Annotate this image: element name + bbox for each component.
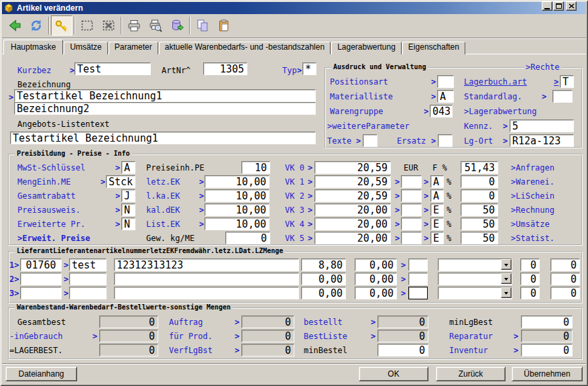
lka-ek-input[interactable]	[204, 189, 270, 202]
vk4-percent-input[interactable]	[461, 218, 498, 230]
materialliste-input[interactable]	[437, 90, 454, 103]
supplier3-number-input[interactable]	[20, 287, 62, 299]
vk2-price-input[interactable]	[314, 189, 391, 202]
lagerbuchart-link[interactable]: Lagerbuch.art	[464, 77, 527, 87]
supplier1-foreign-currency-input[interactable]	[355, 258, 397, 271]
dateianhang-button[interactable]: Dateianhang	[5, 367, 77, 381]
ok-button[interactable]: OK	[359, 367, 428, 381]
supplier2-foreign-currency-input[interactable]	[355, 273, 397, 285]
supplier3-foreign-currency-input[interactable]	[355, 287, 397, 299]
bezeichnung1-input[interactable]	[14, 89, 316, 102]
clear-selection-button[interactable]	[98, 15, 119, 36]
supplier3-delivery-time-combobox[interactable]	[438, 287, 512, 299]
tab-hauptmaske[interactable]: Hauptmaske	[3, 40, 63, 54]
supplier1-qty1-input[interactable]	[520, 258, 540, 271]
mwst-input[interactable]	[121, 161, 135, 174]
mengeinh-input[interactable]	[106, 175, 135, 188]
supplier2-qty2-input[interactable]	[550, 273, 580, 285]
gew-kg-input[interactable]	[225, 232, 270, 244]
combobox-dropdown-button[interactable]	[501, 273, 512, 284]
positionsart-input[interactable]	[437, 75, 454, 88]
vk4-price-input[interactable]	[314, 218, 391, 230]
supplier2-delivery-time-combobox[interactable]	[438, 273, 512, 285]
lagerbuchart-input[interactable]	[560, 75, 574, 88]
print-button[interactable]	[123, 15, 145, 36]
vk4-code-input[interactable]	[430, 218, 444, 230]
supplier1-qty2-input[interactable]	[550, 258, 580, 271]
erweit-preise-link[interactable]: >Erweit. Preise	[17, 234, 90, 243]
preiseinh-input[interactable]	[241, 161, 270, 174]
supplier3-qty1-input[interactable]	[520, 287, 540, 299]
gesamtrabatt-input[interactable]	[121, 189, 135, 202]
supplier3-name-input[interactable]	[69, 287, 107, 299]
texte-input[interactable]	[363, 134, 377, 147]
tab-lagerabwertung[interactable]: Lagerabwertung	[331, 42, 402, 54]
maximize-button[interactable]	[553, 1, 564, 11]
erweiterte-pr-input[interactable]	[121, 218, 135, 230]
kal-dek-input[interactable]	[204, 203, 270, 216]
rechte-link[interactable]: >Rechte	[524, 62, 561, 72]
list-ek-input[interactable]	[204, 218, 270, 230]
supplier3-last-date-input[interactable]	[408, 287, 428, 299]
angebots-listentext-input[interactable]	[10, 132, 316, 144]
selection-button[interactable]	[76, 15, 98, 36]
vk3-extra-input[interactable]	[401, 203, 422, 216]
supplier1-last-date-input[interactable]	[408, 258, 428, 271]
key-button[interactable]	[51, 15, 72, 36]
tab-parameter[interactable]: Parameter	[109, 42, 158, 54]
warengruppe-input[interactable]	[430, 105, 453, 117]
supplier2-number-input[interactable]	[20, 273, 62, 285]
supplier2-last-ek-input[interactable]	[301, 273, 346, 285]
vk0-price-input[interactable]	[314, 161, 391, 174]
standardlag-input[interactable]	[552, 90, 573, 103]
supplier2-item-no-input[interactable]	[114, 273, 299, 285]
uebernehmen-button[interactable]: Übernehmen	[512, 367, 583, 381]
print-preview-button[interactable]	[145, 15, 166, 36]
supplier1-item-no-input[interactable]	[114, 258, 299, 271]
vk3-code-input[interactable]	[430, 203, 444, 216]
tab-eigenschaften[interactable]: Eigenschaften	[402, 42, 465, 54]
supplier2-qty1-input[interactable]	[520, 273, 540, 285]
warenei-link[interactable]: >Warenei.	[511, 177, 554, 187]
back-button[interactable]	[4, 15, 25, 36]
vk1-code-input[interactable]	[430, 175, 444, 188]
vk5-percent-input[interactable]	[461, 232, 498, 244]
letz-ek-input[interactable]	[204, 175, 270, 188]
preisausweis-input[interactable]	[121, 203, 135, 216]
inventur-input[interactable]	[521, 344, 573, 356]
vk4-extra-input[interactable]	[401, 218, 422, 230]
rechnung-link[interactable]: >Rechnung	[511, 205, 554, 215]
umsaetze-link[interactable]: >Umsätze	[511, 220, 550, 229]
supplier1-name-input[interactable]	[69, 258, 107, 271]
supplier1-number-input[interactable]	[20, 258, 62, 271]
minimize-button[interactable]	[542, 1, 552, 11]
supplier3-item-no-input[interactable]	[114, 287, 299, 299]
minbestel-input[interactable]	[377, 344, 428, 356]
weitere-parameter-link[interactable]: >weitereParameter	[327, 122, 410, 131]
supplier1-last-ek-input[interactable]	[301, 258, 346, 271]
supplier3-last-ek-input[interactable]	[301, 287, 346, 299]
vk3-price-input[interactable]	[314, 203, 391, 216]
vk5-extra-input[interactable]	[401, 232, 422, 244]
lischein-link[interactable]: >LiSchein	[511, 191, 554, 201]
copy-button[interactable]	[192, 15, 213, 36]
supplier1-delivery-time-combobox[interactable]	[438, 258, 512, 271]
refresh-button[interactable]	[25, 15, 47, 36]
tab-umsaetze[interactable]: Umsätze	[64, 42, 107, 54]
artnr-input[interactable]	[203, 62, 247, 75]
minlgbest-input[interactable]	[521, 316, 573, 328]
supplier3-qty2-input[interactable]	[550, 287, 580, 299]
supplier2-name-input[interactable]	[69, 273, 107, 285]
supplier2-last-date-input[interactable]	[408, 273, 428, 285]
combobox-dropdown-button[interactable]	[501, 287, 512, 298]
vk5-code-input[interactable]	[430, 232, 444, 244]
paste-button[interactable]	[213, 15, 235, 36]
vk1-extra-input[interactable]	[401, 175, 422, 188]
vk0-percent-input[interactable]	[461, 161, 498, 174]
ersatz-input[interactable]	[438, 134, 453, 147]
close-button[interactable]	[566, 1, 577, 11]
vk2-extra-input[interactable]	[401, 189, 422, 202]
combobox-dropdown-button[interactable]	[501, 259, 512, 270]
kennz-input[interactable]	[510, 119, 574, 132]
lagerabwertung-link[interactable]: >Lagerabwertung	[464, 107, 536, 116]
